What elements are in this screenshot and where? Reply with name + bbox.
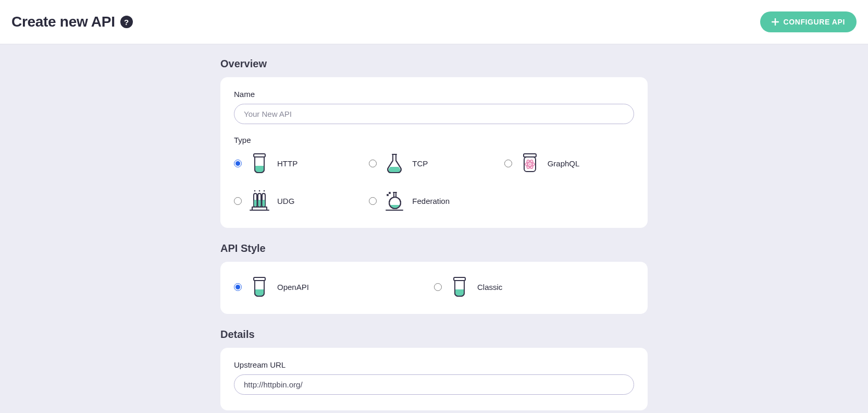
flask-icon bbox=[383, 152, 406, 175]
type-label-federation: Federation bbox=[412, 197, 450, 205]
api-style-card: OpenAPI Classic bbox=[220, 262, 648, 314]
form-column: Overview Name Type bbox=[220, 58, 648, 413]
type-label-udg: UDG bbox=[277, 197, 294, 205]
overview-card: Name Type HTTP bbox=[220, 77, 648, 228]
type-option-http[interactable]: HTTP bbox=[234, 152, 364, 175]
type-radio-federation[interactable] bbox=[369, 197, 377, 205]
svg-rect-18 bbox=[254, 277, 265, 281]
help-icon[interactable]: ? bbox=[120, 16, 133, 28]
content-area: Overview Name Type bbox=[0, 44, 868, 413]
plus-icon bbox=[772, 18, 779, 26]
test-tubes-icon bbox=[248, 189, 271, 212]
svg-point-14 bbox=[259, 190, 261, 192]
style-radio-classic[interactable] bbox=[434, 283, 442, 291]
type-option-graphql[interactable]: GraphQL bbox=[504, 152, 634, 175]
header-bar: Create new API ? CONFIGURE API bbox=[0, 0, 868, 44]
type-radio-tcp[interactable] bbox=[369, 160, 377, 167]
svg-point-6 bbox=[529, 163, 531, 165]
section-title-overview: Overview bbox=[220, 58, 648, 70]
name-input[interactable] bbox=[234, 104, 634, 124]
beaker-icon bbox=[448, 275, 471, 298]
type-label-http: HTTP bbox=[277, 159, 297, 168]
type-label: Type bbox=[234, 136, 634, 144]
jar-atom-icon bbox=[518, 152, 541, 175]
type-option-federation[interactable]: Federation bbox=[369, 189, 499, 212]
type-radio-http[interactable] bbox=[234, 160, 242, 167]
type-option-udg[interactable]: UDG bbox=[234, 189, 364, 212]
style-grid: OpenAPI Classic bbox=[234, 275, 634, 298]
beaker-icon bbox=[248, 152, 271, 175]
configure-api-label: CONFIGURE API bbox=[783, 18, 845, 26]
beaker-icon bbox=[248, 275, 271, 298]
upstream-url-label: Upstream URL bbox=[234, 360, 634, 369]
style-label-classic: Classic bbox=[477, 283, 502, 291]
svg-point-15 bbox=[264, 190, 265, 192]
style-option-classic[interactable]: Classic bbox=[434, 275, 634, 298]
type-label-graphql: GraphQL bbox=[548, 159, 580, 168]
type-radio-udg[interactable] bbox=[234, 197, 242, 205]
svg-rect-0 bbox=[254, 154, 265, 157]
svg-rect-11 bbox=[258, 200, 261, 207]
section-title-api-style: API Style bbox=[220, 242, 648, 254]
round-flask-icon bbox=[383, 189, 406, 212]
configure-api-button[interactable]: CONFIGURE API bbox=[760, 11, 857, 32]
type-grid: HTTP TCP bbox=[234, 152, 634, 212]
svg-point-13 bbox=[254, 190, 256, 192]
svg-rect-10 bbox=[254, 200, 257, 207]
upstream-url-input[interactable] bbox=[234, 374, 634, 395]
style-radio-openapi[interactable] bbox=[234, 283, 242, 291]
style-label-openapi: OpenAPI bbox=[277, 283, 309, 291]
page-title: Create new API bbox=[11, 14, 115, 30]
svg-rect-12 bbox=[263, 200, 265, 207]
section-title-details: Details bbox=[220, 329, 648, 341]
type-label-tcp: TCP bbox=[412, 159, 428, 168]
title-wrap: Create new API ? bbox=[11, 14, 133, 30]
name-label: Name bbox=[234, 90, 634, 99]
type-radio-graphql[interactable] bbox=[504, 160, 512, 167]
style-option-openapi[interactable]: OpenAPI bbox=[234, 275, 434, 298]
details-card: Upstream URL bbox=[220, 348, 648, 410]
svg-rect-19 bbox=[454, 277, 465, 281]
type-option-tcp[interactable]: TCP bbox=[369, 152, 499, 175]
